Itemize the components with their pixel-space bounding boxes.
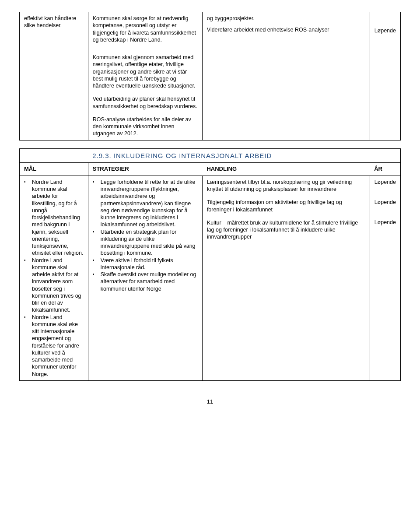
text: effektivt kan håndtere slike hendelser. bbox=[24, 15, 76, 28]
page-number: 11 bbox=[19, 398, 401, 406]
bullet-icon: • bbox=[24, 314, 32, 321]
text: Løpende bbox=[374, 28, 396, 34]
cell-handling: og byggeprosjekter. Videreføre arbeidet … bbox=[202, 12, 370, 46]
cell-strategier: • Legge forholdene til rette for at de u… bbox=[88, 176, 202, 380]
cell-ar: Løpende Løpende Løpende bbox=[370, 176, 400, 380]
cell-mal: • Nordre Land kommune skal arbeide for l… bbox=[20, 176, 88, 380]
section-heading: 2.9.3. INKLUDERING OG INTERNASJONALT ARB… bbox=[92, 152, 272, 159]
cell-ar: Løpende bbox=[370, 12, 400, 46]
bullet-icon: • bbox=[93, 179, 101, 186]
header-handling: HANDLING bbox=[202, 163, 370, 176]
cell-mal: effektivt kan håndtere slike hendelser. bbox=[20, 12, 88, 46]
cell-empty bbox=[20, 148, 88, 163]
cell-mal-empty bbox=[20, 46, 88, 140]
text: Løpende bbox=[374, 219, 396, 226]
table-row: Kommunen skal gjennom samarbeid med næri… bbox=[20, 46, 401, 140]
header-ar: ÅR bbox=[370, 163, 400, 176]
table-row: • Nordre Land kommune skal arbeide for l… bbox=[20, 176, 401, 380]
cell-strategier: Kommunen skal sørge for at nødvendig kom… bbox=[88, 12, 202, 46]
text: Nordre Land kommune skal arbeide aktivt … bbox=[32, 257, 84, 314]
table-inkludering: 2.9.3. INKLUDERING OG INTERNASJONALT ARB… bbox=[19, 148, 401, 381]
text: Videreføre arbeidet med enhetsvise ROS-a… bbox=[207, 26, 365, 33]
text: Tilgjengelig informasjon om aktiviteter … bbox=[207, 199, 365, 213]
text: Være aktive i forhold til fylkets intern… bbox=[101, 257, 198, 271]
text: Nordre Land kommune skal arbeide for lik… bbox=[32, 179, 84, 257]
text: Ved utarbeiding av planer skal hensynet … bbox=[93, 95, 198, 110]
text: ROS-analyse utarbeides for alle deler av… bbox=[93, 116, 198, 137]
text: Legge forholdene til rette for at de uli… bbox=[101, 179, 198, 228]
bullet-icon: • bbox=[93, 228, 101, 235]
text: Kultur – målrettet bruk av kulturmidlene… bbox=[207, 219, 365, 241]
bullet-icon: • bbox=[24, 257, 32, 264]
table-row: effektivt kan håndtere slike hendelser. … bbox=[20, 12, 401, 46]
bullet-icon: • bbox=[93, 271, 101, 278]
text: Nordre Land kommune skal øke sitt intern… bbox=[32, 314, 84, 378]
heading-row: 2.9.3. INKLUDERING OG INTERNASJONALT ARB… bbox=[20, 148, 401, 163]
header-mal: MÅL bbox=[20, 163, 88, 176]
table-continuation: effektivt kan håndtere slike hendelser. … bbox=[19, 12, 401, 141]
text: Utarbeide en strategisk plan for inklude… bbox=[101, 228, 198, 257]
text: Løpende bbox=[374, 199, 396, 206]
bullet-icon: • bbox=[24, 179, 32, 186]
cell-handling-empty bbox=[202, 46, 370, 140]
header-strategier: STRATEGIER bbox=[88, 163, 202, 176]
cell-heading: 2.9.3. INKLUDERING OG INTERNASJONALT ARB… bbox=[88, 148, 400, 163]
text: Skaffe oversikt over mulige modeller og … bbox=[101, 271, 198, 292]
cell-handling: Læringssenteret tilbyr bl.a. norskopplær… bbox=[202, 176, 370, 380]
text: Løpende bbox=[374, 179, 396, 186]
text: Kommunen skal gjennom samarbeid med næri… bbox=[93, 54, 198, 89]
header-row: MÅL STRATEGIER HANDLING ÅR bbox=[20, 163, 401, 176]
text: og byggeprosjekter. bbox=[207, 15, 365, 22]
text: Kommunen skal sørge for at nødvendig kom… bbox=[93, 15, 196, 43]
bullet-icon: • bbox=[93, 257, 101, 264]
cell-ar-empty bbox=[370, 46, 400, 140]
cell-strategier-cont: Kommunen skal gjennom samarbeid med næri… bbox=[88, 46, 202, 140]
text: Læringssenteret tilbyr bl.a. norskopplær… bbox=[207, 179, 365, 193]
